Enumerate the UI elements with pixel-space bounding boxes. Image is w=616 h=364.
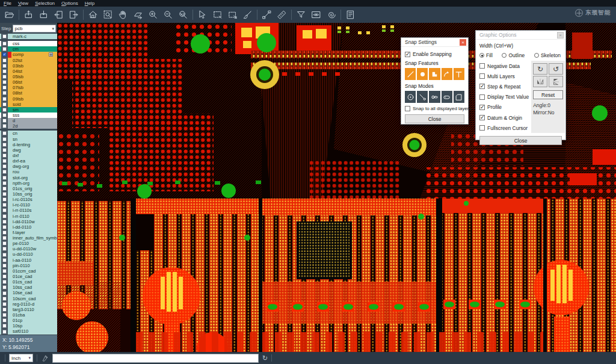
layer-visibility-checkbox[interactable] bbox=[2, 220, 7, 224]
layer-visibility-checkbox[interactable] bbox=[2, 280, 7, 284]
layer-row-u-dd-0110w[interactable]: u-dd-0110w bbox=[0, 246, 57, 251]
layer-visibility-checkbox[interactable] bbox=[2, 208, 7, 212]
layer-row-01cba[interactable]: 01cba bbox=[0, 312, 57, 318]
option-step-repeat[interactable]: Step & Repeat bbox=[479, 81, 529, 91]
layer-visibility-checkbox[interactable] bbox=[2, 164, 7, 168]
close-icon[interactable]: × bbox=[460, 39, 466, 46]
option-checkbox[interactable] bbox=[479, 105, 485, 110]
layer-visibility-checkbox[interactable] bbox=[2, 170, 7, 174]
option-checkbox[interactable] bbox=[479, 115, 485, 120]
menu-item-help[interactable]: Help bbox=[85, 1, 94, 7]
layer-row-dxf[interactable]: dxf bbox=[0, 153, 57, 158]
layer-row-comp[interactable]: comp▦ bbox=[0, 52, 57, 57]
layer-row-01cs_orig[interactable]: 01cs_orig bbox=[0, 186, 57, 191]
page-arrow-left-icon[interactable] bbox=[51, 8, 66, 22]
layer-row-cn[interactable]: cn bbox=[0, 131, 57, 136]
snap-mode-center-button[interactable] bbox=[405, 91, 416, 103]
layer-visibility-checkbox[interactable] bbox=[2, 274, 7, 279]
layer-row-i-dd-0110[interactable]: i-dd-0110 bbox=[0, 224, 57, 230]
enable-snapping-checkbox-row[interactable]: Enable Snapping bbox=[405, 51, 464, 57]
layer-visibility-checkbox[interactable] bbox=[2, 75, 7, 79]
layer-row-10se_cad[interactable]: 10se_cad bbox=[0, 290, 57, 295]
snap-mode-edge-button[interactable] bbox=[417, 91, 428, 103]
option-multi-layers[interactable]: Multi Layers bbox=[479, 71, 529, 81]
layer-visibility-checkbox[interactable] bbox=[2, 247, 7, 251]
select-transform-icon[interactable] bbox=[225, 8, 240, 22]
layer-row-slot-org[interactable]: slot-org bbox=[0, 175, 57, 180]
layer-row-i-rr-0110[interactable]: i-rr-0110 bbox=[0, 214, 57, 219]
filter-funnel-icon[interactable] bbox=[294, 8, 309, 22]
layer-visibility-checkbox[interactable] bbox=[2, 330, 7, 334]
layer-row-rou[interactable]: rou bbox=[0, 169, 57, 174]
snap-all-layers-checkbox-row[interactable]: Snap to all displayed layers bbox=[405, 106, 464, 111]
menu-item-options[interactable]: Options bbox=[61, 1, 78, 7]
layer-row-pe-0110[interactable]: pe-0110 bbox=[0, 241, 57, 246]
box-arrow-up-icon[interactable] bbox=[21, 8, 36, 22]
option-checkbox[interactable] bbox=[479, 94, 485, 100]
layer-visibility-checkbox[interactable] bbox=[2, 313, 7, 317]
layer-visibility-checkbox[interactable] bbox=[2, 307, 7, 312]
option-profile[interactable]: Profile bbox=[479, 102, 529, 113]
layer-visibility-checkbox[interactable] bbox=[2, 230, 7, 235]
layer-row-2d[interactable]: 2d bbox=[0, 123, 57, 129]
layer-row-09lsb[interactable]: 09lsb bbox=[0, 96, 57, 102]
layer-visibility-checkbox[interactable] bbox=[2, 302, 7, 306]
snap-settings-titlebar[interactable]: Snap Settings × bbox=[401, 38, 468, 47]
layer-visibility-checkbox[interactable] bbox=[2, 192, 7, 196]
layer-row-10scm_cad[interactable]: 10scm_cad bbox=[0, 296, 57, 301]
layer-row-u-dd-0110[interactable]: u-dd-0110 bbox=[0, 251, 57, 257]
select-rectangle-icon[interactable] bbox=[210, 8, 225, 22]
layer-visibility-checkbox[interactable] bbox=[2, 203, 7, 207]
layer-row-sn[interactable]: sn bbox=[0, 137, 57, 142]
layer-visibility-checkbox[interactable] bbox=[2, 113, 7, 117]
box-arrow-down-icon[interactable] bbox=[36, 8, 51, 22]
rotate-cw-button[interactable]: ↻ bbox=[533, 63, 547, 75]
units-select[interactable]: Inch ▾ bbox=[9, 354, 33, 362]
snap-mode-slot-button[interactable] bbox=[442, 91, 452, 103]
layer-visibility-checkbox[interactable] bbox=[2, 181, 7, 185]
layer-visibility-checkbox[interactable] bbox=[2, 97, 7, 101]
layer-visibility-checkbox[interactable] bbox=[2, 108, 7, 112]
option-checkbox[interactable] bbox=[479, 73, 485, 79]
option-checkbox[interactable] bbox=[479, 84, 485, 89]
paint-brush-icon[interactable] bbox=[240, 8, 255, 22]
enable-snapping-checkbox[interactable] bbox=[405, 52, 410, 57]
pan-hand-icon[interactable] bbox=[116, 8, 131, 22]
layer-row-sss[interactable]: sss bbox=[0, 113, 57, 118]
view-move-icon[interactable] bbox=[131, 8, 146, 22]
layer-visibility-checkbox[interactable] bbox=[2, 176, 7, 180]
layer-row-inner_auto_film_symb[interactable]: inner_auto_film_symb bbox=[0, 235, 57, 241]
snap-feature-text-button[interactable] bbox=[454, 68, 464, 80]
close-icon[interactable]: × bbox=[557, 32, 564, 39]
layer-visibility-checkbox[interactable] bbox=[2, 291, 7, 295]
layer-row-saf0110[interactable]: saf0110 bbox=[0, 329, 57, 334]
layer-row-targ3-0110[interactable]: targ3-0110 bbox=[0, 307, 57, 312]
layer-row-cm[interactable]: cm bbox=[0, 46, 57, 52]
snap-feature-arc-button[interactable] bbox=[442, 68, 452, 80]
layer-visibility-checkbox[interactable] bbox=[2, 264, 7, 268]
layer-row-f-layer[interactable]: f-layer bbox=[0, 230, 57, 235]
layer-row-i-rc-0110s[interactable]: i-rc-0110s bbox=[0, 197, 57, 202]
option-display-text-value[interactable]: Display Text Value bbox=[479, 92, 529, 102]
menu-item-view[interactable]: View bbox=[18, 1, 28, 7]
layer-visibility-checkbox[interactable] bbox=[2, 119, 7, 123]
layer-row-mark-c[interactable]: mark-c bbox=[0, 34, 57, 39]
layer-visibility-checkbox[interactable] bbox=[2, 297, 7, 301]
reset-button[interactable]: Reset bbox=[533, 90, 563, 99]
rotate-ccw-button[interactable]: ↺ bbox=[549, 63, 563, 75]
layer-visibility-checkbox[interactable] bbox=[2, 187, 7, 191]
layer-visibility-checkbox[interactable] bbox=[2, 285, 7, 289]
layer-visibility-checkbox[interactable] bbox=[2, 52, 7, 57]
layer-visibility-checkbox[interactable] bbox=[2, 225, 7, 229]
layer-row-dwg-org[interactable]: dwg-org bbox=[0, 164, 57, 169]
layer-attachment-icon[interactable]: ▦ bbox=[49, 52, 53, 57]
layer-row-i-aa-0110[interactable]: i-aa-0110 bbox=[0, 258, 57, 263]
layer-visibility-checkbox[interactable] bbox=[2, 42, 7, 46]
layer-row-10ss_orig[interactable]: 10ss_orig bbox=[0, 191, 57, 197]
layer-row-css[interactable]: css bbox=[0, 41, 57, 46]
layer-visibility-checkbox[interactable] bbox=[2, 153, 7, 158]
snap-mode-origin-slot-button[interactable] bbox=[429, 91, 440, 103]
mirror-horizontal-button[interactable] bbox=[533, 76, 547, 87]
width-option-skeleton[interactable]: Skeleton bbox=[534, 52, 561, 58]
layer-visibility-checkbox[interactable] bbox=[2, 131, 7, 135]
